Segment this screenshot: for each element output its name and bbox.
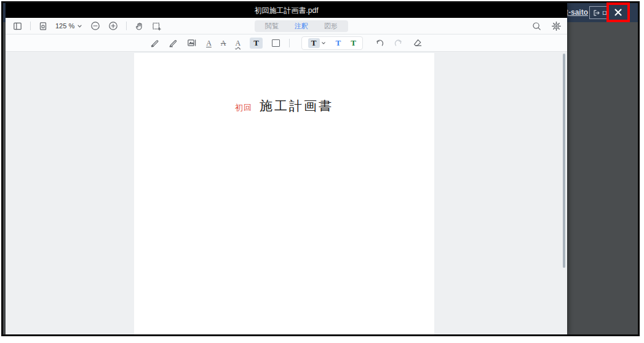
toolbar-divider [289, 39, 290, 47]
chevron-down-icon [321, 41, 326, 46]
settings-gear-icon[interactable] [552, 22, 561, 31]
highlighter-icon[interactable] [169, 38, 178, 47]
toolbar-left-group: 125 % [6, 21, 161, 31]
page-fit-icon[interactable] [39, 22, 47, 31]
document-scroll-area[interactable]: 初回 施工計画書 [6, 53, 567, 334]
search-icon[interactable] [532, 22, 541, 31]
tab-annotation[interactable]: 注釈 [287, 22, 316, 31]
toolbar-divider [126, 22, 127, 30]
toolbar-divider [30, 22, 31, 30]
tab-view[interactable]: 閲覧 [257, 22, 287, 31]
close-icon[interactable] [609, 5, 627, 20]
document-heading: 初回 施工計画書 [134, 97, 434, 115]
free-text-tool-active[interactable]: T [250, 38, 263, 49]
close-button-highlight-box [606, 2, 630, 22]
font-style-dropdown[interactable]: T [308, 38, 326, 48]
user-account-link[interactable]: t-saito [566, 8, 588, 17]
area-select-icon[interactable] [152, 22, 161, 31]
stamp-annotation-text: 初回 [235, 102, 252, 113]
strikethrough-text-tool[interactable]: A [221, 39, 226, 47]
text-color-green-button[interactable]: T [351, 38, 356, 48]
text-color-black-button: T [308, 38, 320, 48]
eraser-icon[interactable] [413, 38, 423, 47]
pdf-page: 初回 施工計画書 [134, 53, 434, 334]
text-color-blue-button[interactable]: T [336, 38, 341, 48]
chevron-down-icon [77, 23, 82, 29]
toolbar-right-group [532, 18, 561, 34]
undo-icon[interactable] [375, 38, 384, 47]
squiggly-text-tool[interactable]: A [235, 39, 241, 47]
document-title-text: 施工計画書 [260, 97, 333, 115]
tab-shapes[interactable]: 図形 [316, 22, 346, 31]
stamp-image-icon[interactable] [187, 38, 197, 47]
viewer-mode-tabs: 閲覧 注釈 図形 [255, 20, 348, 32]
underline-text-tool[interactable]: A [206, 39, 212, 47]
pdf-viewer-modal: 初回施工計画書.pdf [6, 3, 567, 334]
viewer-toolbar: 125 % [6, 18, 567, 34]
logout-icon [592, 9, 600, 17]
zoom-level-dropdown[interactable]: 125 % [55, 22, 82, 30]
zoom-out-icon[interactable] [90, 21, 100, 31]
sidebar-toggle-icon[interactable] [13, 22, 22, 31]
pen-icon[interactable] [150, 38, 159, 47]
pdf-filename: 初回施工計画書.pdf [254, 6, 318, 16]
zoom-in-icon[interactable] [108, 21, 118, 31]
pdf-titlebar: 初回施工計画書.pdf [6, 3, 567, 18]
vertical-scrollbar-thumb[interactable] [563, 54, 565, 268]
annotation-toolbar: A A A T T T T [6, 34, 567, 52]
hand-tool-icon[interactable] [135, 22, 144, 31]
rectangle-tool-icon[interactable] [272, 39, 280, 47]
redo-icon[interactable] [394, 38, 403, 47]
screenshot-frame: t-saito ログアウト 初回施工計画書.pdf [1, 1, 640, 336]
zoom-level-value: 125 % [55, 22, 74, 30]
text-style-group: T T T [301, 36, 363, 50]
